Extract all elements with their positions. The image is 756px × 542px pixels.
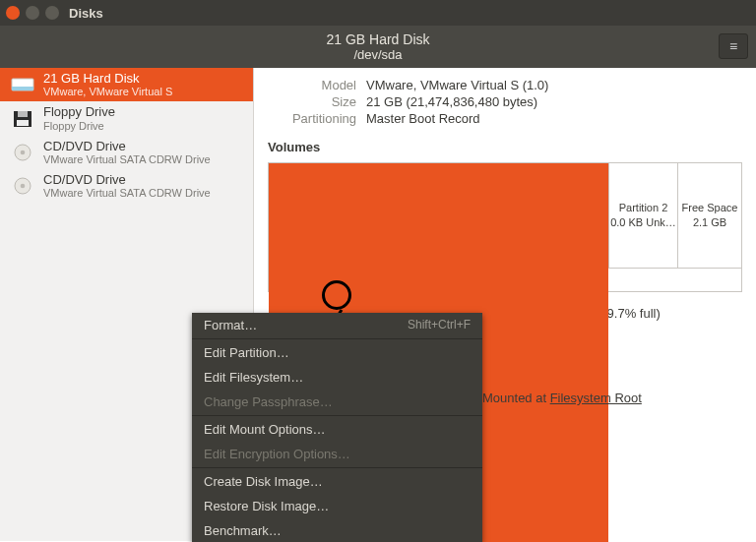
- window-title: Disks: [69, 6, 103, 21]
- sidebar-item-title: CD/DVD Drive: [43, 140, 211, 153]
- partition-free[interactable]: Free Space 2.1 GB: [677, 163, 741, 268]
- svg-rect-4: [17, 120, 29, 126]
- partition-name: Partition 2: [619, 201, 668, 215]
- svg-point-6: [21, 151, 26, 155]
- window-maximize-button[interactable]: [45, 6, 59, 20]
- menu-change-passphrase: Change Passphrase…: [192, 390, 482, 414]
- sidebar-item-title: CD/DVD Drive: [43, 173, 211, 187]
- sidebar-item-cdrom-1[interactable]: CD/DVD Drive VMware Virtual SATA CDRW Dr…: [0, 136, 253, 169]
- sidebar-item-hard-disk[interactable]: 21 GB Hard Disk VMware, VMware Virtual S: [0, 68, 253, 101]
- svg-rect-3: [18, 111, 28, 117]
- menu-format[interactable]: Format… Shift+Ctrl+F: [192, 313, 482, 337]
- partition-label: 2.1 GB: [693, 215, 726, 230]
- model-label: Model: [268, 78, 356, 92]
- hamburger-menu-button[interactable]: ≡: [719, 33, 748, 59]
- partitioning-value: Master Boot Record: [366, 111, 742, 126]
- window-close-button[interactable]: [6, 6, 20, 20]
- sidebar-item-cdrom-2[interactable]: CD/DVD Drive VMware Virtual SATA CDRW Dr…: [0, 169, 253, 203]
- mounted-at: Mounted at Filesystem Root: [482, 391, 642, 405]
- partition-label: 0.0 KB Unk…: [610, 215, 676, 230]
- filesystem-root-link[interactable]: Filesystem Root: [550, 391, 642, 405]
- header: 21 GB Hard Disk /dev/sda ≡: [0, 26, 756, 68]
- disc-icon: [10, 142, 35, 163]
- svg-rect-1: [12, 87, 33, 90]
- model-value: VMware, VMware Virtual S (1.0): [366, 78, 742, 92]
- menu-benchmark[interactable]: Benchmark…: [192, 518, 482, 542]
- header-subtitle: /dev/sda: [0, 47, 756, 62]
- titlebar: Disks: [0, 0, 756, 26]
- partition-name: Free Space: [682, 201, 738, 215]
- partitioning-label: Partitioning: [268, 111, 356, 126]
- menu-edit-encryption-options: Edit Encryption Options…: [192, 442, 482, 466]
- menu-edit-partition[interactable]: Edit Partition…: [192, 340, 482, 365]
- hard-disk-icon: [10, 74, 35, 95]
- menu-restore-disk-image[interactable]: Restore Disk Image…: [192, 494, 482, 518]
- size-value: 21 GB (21,474,836,480 bytes): [366, 94, 742, 109]
- window-minimize-button[interactable]: [26, 6, 39, 20]
- header-title: 21 GB Hard Disk: [0, 31, 756, 47]
- sidebar-item-title: 21 GB Hard Disk: [43, 72, 172, 86]
- sidebar-item-subtitle: Floppy Drive: [43, 120, 115, 132]
- sidebar-item-subtitle: VMware Virtual SATA CDRW Drive: [43, 153, 211, 165]
- menu-edit-mount-options[interactable]: Edit Mount Options…: [192, 417, 482, 442]
- svg-point-8: [21, 184, 26, 189]
- size-label: Size: [268, 94, 356, 109]
- menu-format-shortcut: Shift+Ctrl+F: [408, 318, 471, 331]
- partition-2[interactable]: Partition 2 0.0 KB Unk…: [608, 163, 677, 268]
- menu-create-disk-image[interactable]: Create Disk Image…: [192, 469, 482, 494]
- disc-icon: [10, 175, 35, 197]
- volumes-heading: Volumes: [268, 140, 742, 154]
- sidebar-item-subtitle: VMware Virtual SATA CDRW Drive: [43, 187, 211, 199]
- sidebar-item-title: Floppy Drive: [43, 105, 115, 119]
- sidebar-item-floppy[interactable]: Floppy Drive Floppy Drive: [0, 101, 253, 135]
- sidebar-item-subtitle: VMware, VMware Virtual S: [43, 86, 172, 97]
- floppy-icon: [10, 108, 35, 130]
- volumes-box: ROOT_PART Partition 1 19 GB Ext4 ★ ▸ Par…: [268, 162, 742, 269]
- menu-edit-filesystem[interactable]: Edit Filesystem…: [192, 365, 482, 390]
- context-menu: Format… Shift+Ctrl+F Edit Partition… Edi…: [192, 313, 482, 542]
